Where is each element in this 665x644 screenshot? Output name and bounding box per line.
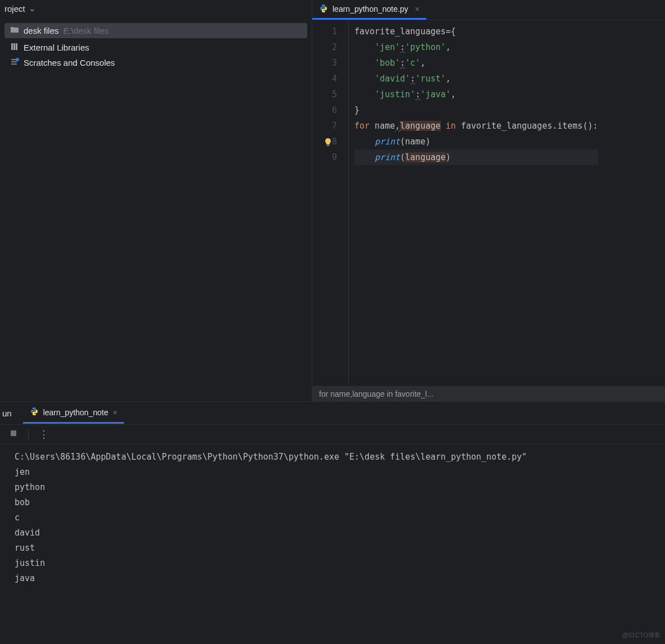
code-line[interactable]: 'bob':'c',: [354, 55, 598, 71]
console-line: c: [15, 510, 662, 525]
gutter-line: 5: [312, 87, 337, 102]
tree-item-label: Scratches and Consoles: [24, 58, 115, 67]
toolbar-divider: [28, 429, 29, 439]
svg-rect-0: [11, 43, 13, 50]
breadcrumb[interactable]: for name,language in favorite_l...: [312, 386, 665, 401]
project-sidebar: roject ⌄ desk files E:\desk files Extern…: [0, 0, 312, 401]
tree-item-label: External Libraries: [24, 43, 89, 52]
code-line[interactable]: print(language): [354, 149, 598, 165]
project-title: roject: [4, 4, 25, 13]
tree-item-external-libraries[interactable]: External Libraries: [0, 40, 312, 55]
svg-point-7: [33, 408, 33, 409]
editor-pane: learn_python_note.py × 123456789 favorit…: [312, 0, 665, 401]
console-line: python: [15, 480, 662, 495]
console-line: rust: [15, 541, 662, 556]
svg-point-4: [322, 5, 322, 6]
gutter-line: 1: [312, 24, 337, 39]
svg-point-3: [16, 58, 19, 61]
run-tab-title: learn_python_note: [43, 408, 108, 417]
tree-item-path: E:\desk files: [63, 26, 109, 35]
tab-title: learn_python_note.py: [332, 4, 408, 13]
run-tab-learn-python-note[interactable]: learn_python_note ×: [23, 402, 124, 424]
gutter-line: 2: [312, 39, 337, 55]
console-line: C:\Users\86136\AppData\Local\Programs\Py…: [15, 450, 662, 465]
gutter-line: 8: [312, 134, 337, 149]
tree-item-scratches[interactable]: Scratches and Consoles: [0, 55, 312, 70]
gutter-line: 4: [312, 71, 337, 87]
svg-rect-6: [327, 145, 330, 146]
project-header[interactable]: roject ⌄: [0, 0, 312, 17]
console-line: jen: [15, 465, 662, 480]
code-line[interactable]: 'david':'rust',: [354, 71, 598, 87]
python-icon: [30, 407, 39, 418]
console-output[interactable]: C:\Users\86136\AppData\Local\Programs\Py…: [0, 443, 665, 644]
run-panel-label: un: [0, 409, 14, 418]
gutter-line: 7: [312, 118, 337, 134]
code-line[interactable]: for name,language in favorite_languages.…: [354, 118, 598, 134]
svg-rect-2: [16, 43, 17, 50]
svg-point-5: [324, 11, 325, 11]
project-tree: desk files E:\desk files External Librar…: [0, 17, 312, 401]
tree-item-desk-files[interactable]: desk files E:\desk files: [4, 23, 307, 38]
code-line[interactable]: 'justin':'java',: [354, 87, 598, 102]
stop-button[interactable]: [9, 429, 18, 440]
code-lines[interactable]: favorite_languages={ 'jen':'python', 'bo…: [349, 20, 598, 386]
breadcrumb-text: for name,language in favorite_l...: [319, 389, 434, 398]
python-icon: [319, 4, 328, 15]
svg-rect-9: [11, 430, 16, 436]
code-editor[interactable]: 123456789 favorite_languages={ 'jen':'py…: [312, 20, 665, 386]
code-line[interactable]: 'jen':'python',: [354, 39, 598, 55]
svg-point-8: [35, 414, 35, 415]
chevron-down-icon: ⌄: [29, 3, 36, 13]
code-line[interactable]: favorite_languages={: [354, 24, 598, 39]
run-tabbar: un learn_python_note ×: [0, 402, 665, 424]
scratches-icon: [10, 57, 19, 68]
console-line: justin: [15, 556, 662, 571]
editor-tabbar: learn_python_note.py ×: [312, 0, 665, 20]
more-actions-icon[interactable]: ⋮: [39, 428, 50, 441]
close-icon[interactable]: ×: [415, 4, 420, 13]
tab-learn-python-note[interactable]: learn_python_note.py ×: [312, 0, 426, 20]
console-line: david: [15, 525, 662, 541]
gutter-line: 9: [312, 149, 337, 165]
gutter-line: 3: [312, 55, 337, 71]
svg-rect-1: [13, 43, 15, 50]
gutter: 123456789: [312, 20, 349, 386]
run-panel: un learn_python_note × ⋮ C:\Users\86136\…: [0, 401, 665, 644]
tree-item-label: desk files: [24, 26, 59, 35]
console-line: java: [15, 571, 662, 586]
gutter-line: 6: [312, 102, 337, 118]
folder-icon: [10, 25, 19, 36]
console-line: bob: [15, 495, 662, 510]
close-icon[interactable]: ×: [113, 408, 117, 417]
code-line[interactable]: }: [354, 102, 598, 118]
run-toolbar: ⋮: [0, 424, 665, 443]
library-icon: [10, 42, 19, 53]
code-line[interactable]: print(name): [354, 134, 598, 149]
watermark: @51CTO博客: [622, 631, 661, 640]
